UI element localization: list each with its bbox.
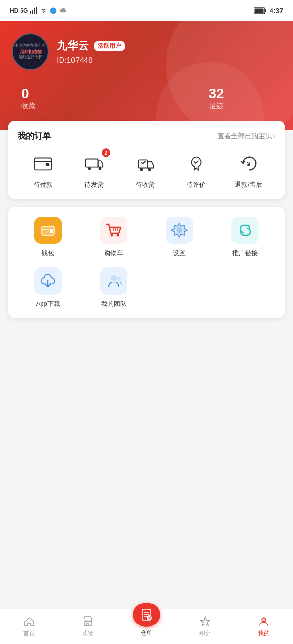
review-icon xyxy=(186,153,207,174)
status-bar: HD 5G 🌐 4:37 xyxy=(0,0,293,21)
tool-cart[interactable]: 购物车 xyxy=(84,217,145,258)
svg-point-15 xyxy=(140,168,143,171)
points-icon xyxy=(199,616,211,627)
nav-profile[interactable]: 我的 xyxy=(234,609,293,644)
svg-point-13 xyxy=(98,167,101,170)
tool-promo-link[interactable]: 推广链接 xyxy=(215,217,276,258)
svg-rect-3 xyxy=(36,7,37,14)
pending-review-label: 待评价 xyxy=(187,181,206,189)
tool-wallet[interactable]: 钱包 xyxy=(18,217,79,258)
profile-name-row: 九华云 活跃用户 xyxy=(57,39,125,53)
collections-count: 0 xyxy=(21,86,151,101)
footprints-label: 足迹 xyxy=(209,102,223,110)
battery-icon xyxy=(254,7,267,14)
ship-badge: 2 xyxy=(102,148,110,157)
order-item-pending-ship[interactable]: 2 待发货 xyxy=(82,151,106,189)
cloud-icon xyxy=(59,7,67,15)
svg-rect-2 xyxy=(34,8,35,14)
bottom-nav: 首页 购物 仓单 积分 我的 xyxy=(0,609,293,644)
svg-rect-20 xyxy=(42,229,54,230)
download-svg xyxy=(39,272,57,290)
svg-rect-10 xyxy=(46,163,50,166)
pending-ship-label: 待发货 xyxy=(84,181,104,189)
pending-review-icon-wrap xyxy=(184,151,209,176)
profile-stats: 0 收藏 32 足迹 xyxy=(12,82,281,111)
shop-icon xyxy=(82,616,94,627)
order-item-refund[interactable]: ¥ 退款/售后 xyxy=(235,151,262,189)
svg-rect-21 xyxy=(50,230,53,233)
svg-point-26 xyxy=(117,277,120,281)
order-center-icon xyxy=(140,608,153,622)
team-label: 我的团队 xyxy=(101,300,126,308)
tool-my-team[interactable]: 我的团队 xyxy=(84,267,145,308)
refund-label: 退款/售后 xyxy=(235,181,262,189)
tool-settings[interactable]: 设置 xyxy=(149,217,210,258)
active-badge: 活跃用户 xyxy=(94,41,125,51)
download-label: App下载 xyxy=(36,300,60,308)
status-right: 4:37 xyxy=(254,7,283,15)
svg-point-12 xyxy=(88,167,91,170)
avatar[interactable]: 不管你的梦是什么 我都相信你 能到达那个梦 xyxy=(12,33,49,70)
signal-icon xyxy=(30,7,38,14)
collections-stat: 0 收藏 xyxy=(12,86,151,111)
cart-label: 购物车 xyxy=(104,249,123,258)
wallet-label: 钱包 xyxy=(42,249,54,258)
footprints-stat: 32 足迹 xyxy=(151,86,281,111)
delivery-icon xyxy=(135,153,155,174)
profile-info: 九华云 活跃用户 ID:107448 xyxy=(57,39,125,65)
team-svg xyxy=(105,272,123,290)
svg-point-28 xyxy=(147,615,152,620)
profile-top: 不管你的梦是什么 我都相信你 能到达那个梦 九华云 活跃用户 ID:107448 xyxy=(12,33,281,70)
refund-icon: ¥ xyxy=(238,153,259,174)
settings-label: 设置 xyxy=(173,249,186,258)
order-item-pending-review[interactable]: 待评价 xyxy=(184,151,209,189)
pending-payment-label: 待付款 xyxy=(34,181,53,189)
footprints-count: 32 xyxy=(151,86,281,101)
profile-icon xyxy=(258,616,270,627)
nav-points[interactable]: 积分 xyxy=(176,609,234,644)
tools-card: 钱包 购物车 设置 xyxy=(8,207,285,318)
home-icon xyxy=(23,616,35,627)
order-link[interactable]: 查看全部已购宝贝 › xyxy=(217,132,275,141)
profile-name: 九华云 xyxy=(57,39,89,53)
order-title: 我的订单 xyxy=(18,130,51,141)
tools-grid: 钱包 购物车 设置 xyxy=(18,217,275,308)
nav-shop[interactable]: 购物 xyxy=(59,609,117,644)
svg-rect-8 xyxy=(254,9,263,13)
settings-tool-icon xyxy=(166,217,193,244)
svg-point-22 xyxy=(110,234,113,237)
refund-icon-wrap: ¥ xyxy=(236,151,261,176)
signal-5g: 5G xyxy=(20,7,28,14)
order-item-pending-payment[interactable]: 待付款 xyxy=(31,151,55,189)
status-left: HD 5G 🌐 xyxy=(10,7,67,15)
nav-home-label: 首页 xyxy=(23,629,35,638)
order-item-pending-receive[interactable]: 待收货 xyxy=(133,151,157,189)
svg-rect-7 xyxy=(265,9,266,12)
tool-app-download[interactable]: App下载 xyxy=(18,267,79,308)
nav-center-circle xyxy=(133,603,160,627)
chevron-right-icon: › xyxy=(273,132,275,140)
cart-tool-icon xyxy=(100,217,127,244)
order-link-text: 查看全部已购宝贝 xyxy=(217,132,272,141)
order-header: 我的订单 查看全部已购宝贝 › xyxy=(18,130,275,141)
svg-point-23 xyxy=(116,234,119,237)
pending-ship-icon-wrap: 2 xyxy=(82,151,106,176)
nav-order[interactable]: 仓单 xyxy=(117,603,176,637)
nav-home[interactable]: 首页 xyxy=(0,609,59,644)
nav-profile-label: 我的 xyxy=(258,629,270,638)
svg-point-24 xyxy=(177,228,182,233)
svg-point-25 xyxy=(111,276,116,281)
promo-link-label: 推广链接 xyxy=(232,249,258,258)
pending-payment-icon-wrap xyxy=(31,151,55,176)
wallet-tool-icon xyxy=(34,217,62,244)
order-icons: 待付款 2 待发货 xyxy=(18,151,275,189)
pending-receive-icon-wrap xyxy=(133,151,157,176)
svg-rect-0 xyxy=(30,11,31,14)
nav-shop-label: 购物 xyxy=(82,629,94,638)
promo-tool-icon xyxy=(231,217,259,244)
collections-label: 收藏 xyxy=(21,102,35,110)
nav-points-label: 积分 xyxy=(199,629,211,638)
svg-text:¥: ¥ xyxy=(247,161,251,167)
cart-svg xyxy=(104,221,124,240)
svg-rect-11 xyxy=(86,159,98,167)
